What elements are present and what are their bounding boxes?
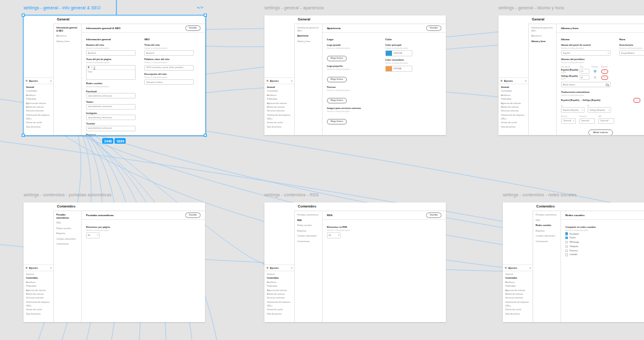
settings-nav-item-portadas-autom-ticas[interactable]: Portadas automáticas — [536, 214, 558, 217]
text-input[interactable]: Todo para tu diario. — [144, 79, 194, 85]
settings-nav-item-campos-adicionales[interactable]: Campos adicionales — [56, 238, 79, 241]
translator-input[interactable]: Opentrad — [579, 118, 595, 124]
frame-idioma-y-hora[interactable]: ⚙Ajustes▾GeneralContenidosAnalíticasPubl… — [498, 15, 644, 135]
frame-title-portadas-automaticas[interactable]: settings - contenidos - portadas automát… — [24, 193, 111, 197]
checkbox-row-facebook[interactable]: ✓Facebook — [565, 232, 615, 235]
choose-file-button[interactable]: Elegir fichero — [327, 77, 347, 82]
choose-file-button[interactable]: Elegir fichero — [327, 56, 347, 61]
checkbox-row-pinterest[interactable]: Pinterest — [565, 250, 615, 252]
select-input[interactable]: Español▾ — [561, 50, 611, 56]
text-input[interactable]: Autofan3 — [144, 50, 194, 56]
frame-title-idioma-y-hora[interactable]: settings - general - idioma y hora — [498, 6, 564, 10]
frame-portadas-automaticas[interactable]: ⚙Ajustes▾GeneralContenidosAnalíticasPubl… — [24, 203, 205, 322]
italic-button[interactable]: I — [91, 66, 92, 69]
selection-handle-bottom-left[interactable] — [22, 134, 25, 137]
settings-nav-item-campos-adicionales[interactable]: Campos adicionales — [536, 235, 558, 238]
sidebar-item-sala-de-prensa[interactable]: Sala de prensa — [264, 312, 294, 316]
checkbox-row-whatsapp[interactable]: Whatsapp — [565, 241, 615, 243]
choose-file-button[interactable]: Elegir fichero — [327, 119, 347, 124]
checkbox-row-twitter[interactable]: ✓Twitter — [565, 237, 615, 239]
frame-apariencia[interactable]: ⚙Ajustes▾GeneralContenidosAnalíticasPubl… — [264, 15, 446, 135]
frame-info-general-seo[interactable]: ⚙Ajustes▾GeneralContenidosAnalíticasPubl… — [24, 15, 205, 135]
settings-nav-item-apariencia[interactable]: Apariencia — [56, 35, 79, 38]
color-swatch[interactable] — [386, 66, 392, 71]
settings-nav-item-rss[interactable]: RSS — [56, 222, 79, 225]
selection-handle-top-right[interactable] — [204, 14, 207, 17]
color-swatch[interactable] — [386, 51, 392, 56]
principal-radio[interactable] — [594, 76, 596, 79]
sidebar-item-sala-de-prensa[interactable]: Sala de prensa — [498, 125, 528, 129]
stepper-down-icon[interactable]: ▾ — [338, 235, 339, 237]
service-select[interactable]: Opentrad▾ — [561, 118, 576, 124]
checkbox-unchecked-icon[interactable] — [565, 250, 568, 252]
text-input[interactable]: Europe/Madrid — [619, 50, 644, 56]
choose-file-button[interactable]: Elegir fichero — [327, 98, 347, 103]
settings-menu-header[interactable]: ⚙Ajustes▾ — [24, 264, 53, 271]
settings-nav-item-comentarios[interactable]: Comentarios — [536, 240, 558, 243]
settings-menu-header[interactable]: ⚙Ajustes▾ — [503, 264, 533, 271]
sidebar-item-sala-de-prensa[interactable]: Sala de prensa — [264, 125, 294, 129]
text-input[interactable]: www.(dominio).com/usuario — [86, 93, 136, 98]
text-input[interactable]: 100% xornalismo, xornal, online, periodi… — [144, 65, 194, 71]
selection-handle-bottom-right[interactable] — [204, 134, 207, 137]
save-button[interactable]: Guardar — [185, 25, 201, 31]
stepper-down-icon[interactable]: ▾ — [97, 235, 98, 237]
delete-language-button[interactable]: × — [601, 69, 608, 74]
checkbox-checked-icon[interactable]: ✓ — [565, 237, 568, 239]
settings-nav-item-portadas-autom-ticas[interactable]: Portadas automáticas — [56, 214, 79, 219]
frame-title-info-general-seo[interactable]: settings - general - info general & SEO — [24, 6, 100, 10]
settings-menu-header[interactable]: ⚙Ajustes▾ — [264, 77, 294, 84]
frame-redes-sociales[interactable]: ⚙Ajustes▾GeneralContenidosAnalíticasPubl… — [503, 203, 644, 322]
richtext-body[interactable]: Input — [87, 70, 135, 79]
settings-nav-item-apariencia[interactable]: Apariencia — [531, 35, 554, 38]
settings-nav-item-informaci-n-general-seo[interactable]: Información general & SEO — [531, 27, 554, 32]
url-input[interactable]: Opentrad — [598, 118, 614, 124]
checkbox-unchecked-icon[interactable] — [565, 253, 568, 256]
settings-nav-item-redes-sociales[interactable]: Redes sociales — [536, 224, 558, 227]
settings-menu-header[interactable]: ⚙Ajustes▾ — [264, 264, 294, 271]
from-select[interactable]: Español (España)▾ — [561, 107, 585, 113]
settings-nav-item-informaci-n-general-seo[interactable]: Información general & SEO — [297, 27, 320, 32]
settings-nav-item-portadas-autom-ticas[interactable]: Portadas automáticas — [297, 214, 320, 217]
search-input[interactable]: Añadir idioma — [561, 82, 611, 87]
delete-language-button[interactable]: × — [601, 76, 608, 81]
sidebar-item-sala-de-prensa[interactable]: Sala de prensa — [24, 312, 53, 316]
settings-nav-item-campos-adicionales[interactable]: Campos adicionales — [297, 235, 320, 238]
frame-rss[interactable]: ⚙Ajustes▾GeneralContenidosAnalíticasPubl… — [264, 203, 446, 322]
checkbox-checked-icon[interactable]: ✓ — [565, 232, 568, 235]
color-picker[interactable]: #2D9CDB — [385, 50, 412, 56]
text-input[interactable]: Autofan3 — [86, 50, 136, 56]
settings-nav-item-idioma-y-hora[interactable]: Idioma y hora — [531, 40, 554, 43]
settings-nav-item-comentarios[interactable]: Comentarios — [56, 243, 79, 246]
save-button[interactable]: Guardar — [426, 25, 442, 31]
settings-nav-item-redes-sociales[interactable]: Redes sociales — [56, 227, 79, 230]
sidebar-item-sala-de-prensa[interactable]: Sala de prensa — [24, 125, 53, 129]
selection-handle-top-left[interactable] — [22, 14, 25, 17]
checkbox-unchecked-icon[interactable] — [565, 245, 568, 248]
settings-menu-header[interactable]: ⚙Ajustes▾ — [24, 77, 53, 84]
slug-input[interactable]: es — [580, 69, 590, 74]
frame-title-redes-sociales[interactable]: settings - contenidos - redes sociales — [503, 193, 577, 197]
code-link-icon[interactable]: </> — [197, 6, 203, 10]
settings-nav-item-redes-sociales[interactable]: Redes sociales — [297, 224, 320, 227]
settings-nav-item-comentarios[interactable]: Comentarios — [297, 240, 320, 243]
settings-nav-item-informaci-n-general-seo[interactable]: Información general & SEO — [56, 27, 79, 32]
settings-nav-item-apariencia[interactable]: Apariencia — [297, 35, 320, 38]
number-stepper[interactable]: 10▴▾ — [86, 232, 100, 238]
save-button[interactable]: Guardar — [426, 212, 442, 218]
save-button[interactable]: Guardar — [185, 212, 201, 218]
settings-nav-item-idioma-y-hora[interactable]: Idioma y hora — [297, 40, 320, 43]
bold-button[interactable]: B — [88, 66, 89, 69]
text-input[interactable]: www.(dominio).com/usuario — [86, 126, 136, 131]
text-input[interactable]: www.(dominio).com/usuario — [86, 115, 136, 120]
settings-nav-item-etiquetas[interactable]: Etiquetas — [56, 232, 79, 235]
sidebar-item-sala-de-prensa[interactable]: Sala de prensa — [503, 312, 533, 316]
settings-menu-header[interactable]: ⚙Ajustes▾ — [498, 77, 528, 84]
settings-nav-item-rss[interactable]: RSS — [536, 219, 558, 222]
slug-input[interactable]: gl — [580, 75, 590, 80]
color-picker[interactable]: #F2994A — [385, 66, 412, 72]
number-stepper[interactable]: 10▴▾ — [327, 232, 341, 238]
settings-nav-item-etiquetas[interactable]: Etiquetas — [297, 230, 320, 233]
to-select[interactable]: Gallego (España)▾ — [588, 107, 611, 113]
frame-title-rss[interactable]: settings - contenidos - RSS — [264, 193, 319, 197]
